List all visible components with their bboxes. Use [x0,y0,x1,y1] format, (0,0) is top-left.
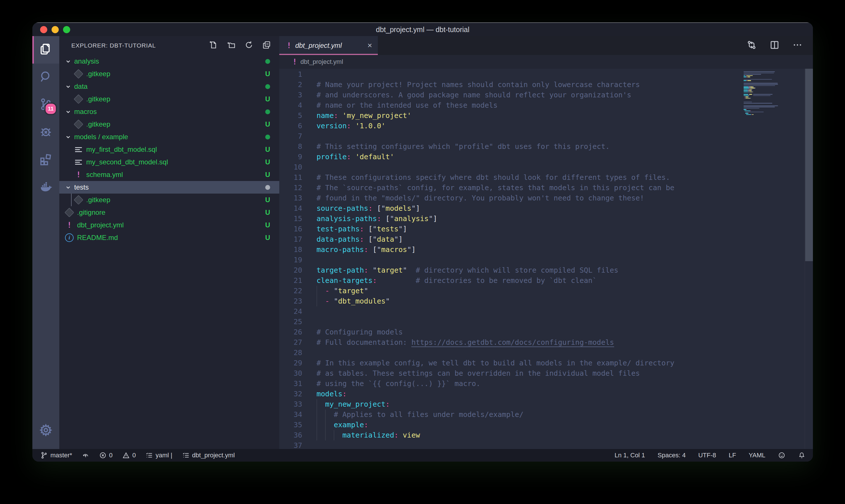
tree-file-readme-md[interactable]: iREADME.mdU [59,231,279,244]
error-icon [99,452,107,459]
status-spaces-4[interactable]: Spaces: 4 [658,452,686,459]
line-number: 36 [279,430,302,440]
tree-item-label: README.md [77,234,118,242]
status-master[interactable]: master* [40,452,72,459]
status-sync[interactable] [82,452,89,459]
tree-file-schema-yml[interactable]: !schema.ymlU [59,168,279,181]
status-0[interactable]: 0 [99,452,112,459]
line-number: 25 [279,317,302,327]
tab-label: dbt_project.yml [295,41,342,50]
git-status-badge: U [265,158,270,166]
vscode-window: dbt_project.yml — dbt-tutorial 11 EXPLOR… [32,22,813,462]
tree-folder-analysis[interactable]: analysis [59,55,279,68]
debug-activity-item[interactable] [32,119,59,146]
code-line-22: 22 - "target" [279,286,813,296]
traffic-lights [32,23,70,36]
status-label: master* [50,452,72,459]
line-number: 4 [279,100,302,110]
new-folder-icon[interactable] [227,40,236,51]
scrollbar-track [805,69,813,449]
bell-icon [798,452,806,459]
new-file-icon[interactable] [209,40,218,51]
line-number: 23 [279,296,302,306]
tree-file--gitkeep[interactable]: .gitkeepU [59,194,279,206]
code-line-18: 18macro-paths: ["macros"] [279,245,813,255]
line-number: 13 [279,193,302,203]
search-activity-item[interactable] [32,64,59,91]
status-yaml[interactable]: YAML [749,452,766,459]
code-line-24: 24 [279,306,813,317]
code-line-12: 12# The `source-paths` config, for examp… [279,183,813,193]
refresh-icon[interactable] [244,40,253,51]
line-number: 9 [279,152,302,162]
tree-file--gitkeep[interactable]: .gitkeepU [59,68,279,80]
status-ln-1-col-1[interactable]: Ln 1, Col 1 [614,452,645,459]
scm-changes-badge: 11 [44,103,57,115]
split-editor-icon[interactable] [769,40,780,51]
tree-item-label: analysis [74,57,99,65]
status-label: UTF-8 [698,452,716,459]
line-number: 6 [279,121,302,131]
tree-file-dbt-project-yml[interactable]: !dbt_project.ymlU [59,219,279,231]
code-line-14: 14source-paths: ["models"] [279,203,813,214]
status-lf[interactable]: LF [729,452,736,459]
debug-icon [39,125,52,140]
tree-file--gitkeep[interactable]: .gitkeepU [59,93,279,105]
code-line-33: 33 my_new_project: [279,399,813,410]
status-label: 0 [109,452,112,459]
code-line-17: 17data-paths: ["data"] [279,234,813,245]
code-line-37: 37 [279,440,813,449]
tree-folder-data[interactable]: data [59,80,279,93]
source-control-activity-item[interactable]: 11 [32,91,59,119]
code-line-16: 16test-paths: ["tests"] [279,224,813,234]
status-smiley[interactable] [778,452,786,459]
activity-bar: 11 [32,36,59,449]
minimize-window-button[interactable] [52,26,59,33]
status-bell[interactable] [798,452,806,459]
code-line-23: 23 - "dbt_modules" [279,296,813,306]
code-line-32: 32models: [279,389,813,399]
zoom-window-button[interactable] [63,26,70,33]
settings-gear-button[interactable] [32,417,59,445]
line-number: 11 [279,173,302,183]
collapse-all-icon[interactable] [262,40,271,51]
code-line-19: 19 [279,255,813,265]
tab-dbt-project-yml[interactable]: ! dbt_project.yml × [279,36,378,55]
status-0[interactable]: 0 [122,452,136,459]
status-utf-8[interactable]: UTF-8 [698,452,716,459]
docker-activity-item[interactable] [32,174,59,201]
tree-item-label: schema.yml [86,171,123,179]
close-window-button[interactable] [40,26,47,33]
tab-close-icon[interactable]: × [363,41,372,50]
scrollbar-thumb[interactable] [805,69,813,261]
status-dbt-project-yml[interactable]: dbt_project.yml [182,452,235,459]
tree-folder-macros[interactable]: macros [59,105,279,118]
smiley-icon [778,452,786,459]
git-file-icon [74,69,83,79]
explorer-header: EXPLORER: DBT-TUTORIAL [59,36,279,55]
code-line-36: 36 materialized: view [279,430,813,440]
sync-icon [82,452,89,459]
minimap[interactable] [743,70,804,116]
breadcrumb[interactable]: ! dbt_project.yml [279,55,813,69]
line-number: 10 [279,162,302,173]
more-actions-icon[interactable] [792,40,803,51]
code-line-21: 21clean-targets: # directories to be rem… [279,275,813,286]
tree-folder-models-example[interactable]: models / example [59,130,279,143]
tree-item-label: models / example [74,133,128,141]
tree-file-my-second-dbt-model-sql[interactable]: my_second_dbt_model.sqlU [59,156,279,168]
tree-item-label: .gitkeep [86,70,110,78]
code-line-6: 6version: '1.0.0' [279,121,813,131]
line-number: 37 [279,440,302,449]
tree-file--gitkeep[interactable]: .gitkeepU [59,118,279,130]
tree-folder-tests[interactable]: tests [59,181,279,194]
files-activity-item[interactable] [32,36,59,64]
extensions-activity-item[interactable] [32,146,59,174]
sql-file-icon [75,147,82,152]
tree-file-my-first-dbt-model-sql[interactable]: my_first_dbt_model.sqlU [59,143,279,156]
open-changes-icon[interactable] [747,40,757,51]
status-label: Ln 1, Col 1 [614,452,645,459]
code-editor[interactable]: 12# Name your project! Project names sho… [279,69,813,449]
tree-file--gitignore[interactable]: .gitignoreU [59,206,279,219]
status-yaml[interactable]: yaml | [145,452,172,459]
